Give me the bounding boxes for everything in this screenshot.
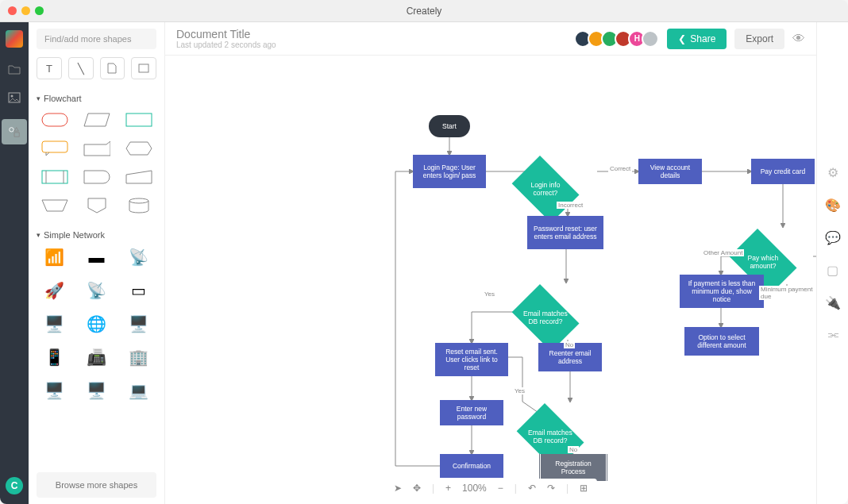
close-icon[interactable] <box>8 6 17 15</box>
svg-point-1 <box>11 95 13 98</box>
app-title: Creately <box>407 6 442 17</box>
shape-hexagon[interactable] <box>121 138 156 159</box>
share-icon: ❮ <box>678 33 686 44</box>
flowchart-process[interactable]: Pay credit card <box>751 159 815 184</box>
rect-tool-button[interactable] <box>131 57 156 79</box>
text-tool-button[interactable]: T <box>37 57 62 79</box>
redo-icon[interactable]: ↷ <box>547 483 555 494</box>
edge-label: Yes <box>483 290 496 298</box>
export-button[interactable]: Export <box>734 29 784 49</box>
shape-rectangle[interactable] <box>121 110 156 130</box>
shape-phone-icon[interactable]: 📱 <box>37 346 72 368</box>
zoom-in-icon[interactable]: + <box>445 483 451 494</box>
document-title[interactable]: Document Title <box>176 28 276 40</box>
network-shapes: 📶 ▬ 📡 🚀 📡 ▭ 🖥️ 🌐 🖥️ 📱 📠 🏢 🖥️ 🖥️ 💻 <box>37 246 156 402</box>
svg-rect-4 <box>42 113 67 126</box>
edge-label: Minimum payment due <box>759 286 816 300</box>
shape-subprocess[interactable] <box>37 167 72 187</box>
preview-icon[interactable]: 👁 <box>792 32 805 46</box>
user-badge[interactable]: C <box>6 477 23 494</box>
shapes-icon[interactable] <box>2 119 27 144</box>
shape-card[interactable] <box>79 138 114 159</box>
folder-icon[interactable] <box>7 62 21 76</box>
app-logo-icon[interactable] <box>6 30 23 48</box>
edge-label: Incorrect <box>557 202 584 209</box>
shape-antenna-icon[interactable]: 📡 <box>121 246 156 268</box>
flowchart-terminator[interactable]: Start <box>429 115 470 137</box>
shape-trapezoid[interactable] <box>37 195 72 216</box>
shape-server-icon[interactable]: 🖥️ <box>37 313 72 335</box>
layers-icon[interactable]: ▢ <box>827 263 838 278</box>
pan-tool-icon[interactable]: ✥ <box>413 483 421 494</box>
shape-router-icon[interactable]: 📶 <box>37 246 72 268</box>
grid-icon[interactable]: ⊞ <box>580 483 588 494</box>
zoom-level[interactable]: 100% <box>462 483 487 494</box>
flowchart-process[interactable]: Password reset: user enters email addres… <box>527 216 603 249</box>
shape-callout[interactable] <box>37 138 72 159</box>
edge-label: Yes <box>513 387 526 394</box>
left-rail: C <box>0 22 29 504</box>
shape-display-icon[interactable]: 🖥️ <box>79 379 114 402</box>
browse-shapes-button[interactable]: Browse more shapes <box>37 472 156 498</box>
connect-icon[interactable]: ⫘ <box>827 328 839 342</box>
shape-database[interactable] <box>121 195 156 216</box>
main-area: Document Title Last updated 2 seconds ag… <box>165 22 816 504</box>
edge-label: No <box>568 446 579 453</box>
shape-desktop-icon[interactable]: 🖥️ <box>37 379 72 402</box>
shape-monitor-icon[interactable]: 🖥️ <box>121 313 156 335</box>
flowchart-process[interactable]: Reset email sent. User clicks link to re… <box>435 343 508 376</box>
shape-parallelogram[interactable] <box>79 110 114 130</box>
pointer-tool-icon[interactable]: ➤ <box>394 483 402 494</box>
shape-globe-icon[interactable]: 🌐 <box>79 313 114 335</box>
shape-rocket-icon[interactable]: 🚀 <box>37 279 72 302</box>
shape-search-input[interactable]: Find/add more shapes <box>37 29 156 49</box>
shape-offpage[interactable] <box>79 195 114 216</box>
document-header: Document Title Last updated 2 seconds ag… <box>165 22 816 56</box>
shapes-sidebar: Find/add more shapes T ╲ Flowchart Simpl… <box>29 22 165 504</box>
shape-terminator[interactable] <box>37 110 72 130</box>
flowchart-process[interactable]: Login Page: User enters login/ pass <box>413 155 486 188</box>
window-titlebar: Creately <box>0 0 848 22</box>
share-label: Share <box>690 33 715 44</box>
network-section-header[interactable]: Simple Network <box>37 230 156 240</box>
zoom-out-icon[interactable]: − <box>498 483 503 494</box>
flowchart-section-header[interactable]: Flowchart <box>37 94 156 103</box>
avatar[interactable] <box>642 30 659 48</box>
undo-icon[interactable]: ↶ <box>528 483 536 494</box>
shape-delay[interactable] <box>79 167 114 187</box>
edge-label: Other Amount <box>702 249 744 256</box>
palette-icon[interactable]: 🎨 <box>825 198 841 213</box>
canvas[interactable]: StartLogin Page: User enters login/ pass… <box>165 56 816 504</box>
flowchart-process[interactable]: Option to select different amount <box>684 327 759 356</box>
canvas-toolbar: ➤ ✥ | + 100% − | ↶ ↷ | ⊞ <box>384 479 597 498</box>
svg-rect-6 <box>42 141 67 152</box>
plugin-icon[interactable]: 🔌 <box>825 295 841 310</box>
share-button[interactable]: ❮ Share <box>667 29 727 49</box>
flowchart-process[interactable]: Confirmation <box>440 454 503 478</box>
shape-manual-input[interactable] <box>121 167 156 187</box>
flowchart-process[interactable]: Enter new password <box>440 400 503 425</box>
right-rail: ⚙ 🎨 💬 ▢ 🔌 ⫘ <box>816 22 848 504</box>
svg-point-2 <box>10 128 13 132</box>
shape-modem-icon[interactable]: ▬ <box>79 246 114 268</box>
page-tool-button[interactable] <box>100 57 125 79</box>
line-tool-button[interactable]: ╲ <box>68 57 94 79</box>
flowchart-process[interactable]: View account details <box>638 159 702 184</box>
minimize-icon[interactable] <box>21 6 30 15</box>
settings-icon[interactable]: ⚙ <box>827 165 838 180</box>
shape-fax-icon[interactable]: 📠 <box>79 346 114 368</box>
shape-switch-icon[interactable]: ▭ <box>121 279 156 302</box>
flowchart-process[interactable]: If payment is less than minimum due, sho… <box>680 275 764 308</box>
shape-laptop-icon[interactable]: 💻 <box>121 379 156 402</box>
edge-label: No <box>564 341 575 348</box>
collaborator-avatars[interactable]: H <box>578 30 659 48</box>
maximize-icon[interactable] <box>35 6 44 15</box>
window-controls[interactable] <box>8 6 44 15</box>
document-subtitle: Last updated 2 seconds ago <box>176 40 276 49</box>
shape-satellite-icon[interactable]: 📡 <box>79 279 114 302</box>
flowchart-subprocess[interactable]: Registration Process <box>538 454 608 481</box>
comment-icon[interactable]: 💬 <box>825 230 841 245</box>
shape-building-icon[interactable]: 🏢 <box>121 346 156 368</box>
svg-rect-3 <box>139 64 148 72</box>
image-icon[interactable] <box>7 90 21 105</box>
